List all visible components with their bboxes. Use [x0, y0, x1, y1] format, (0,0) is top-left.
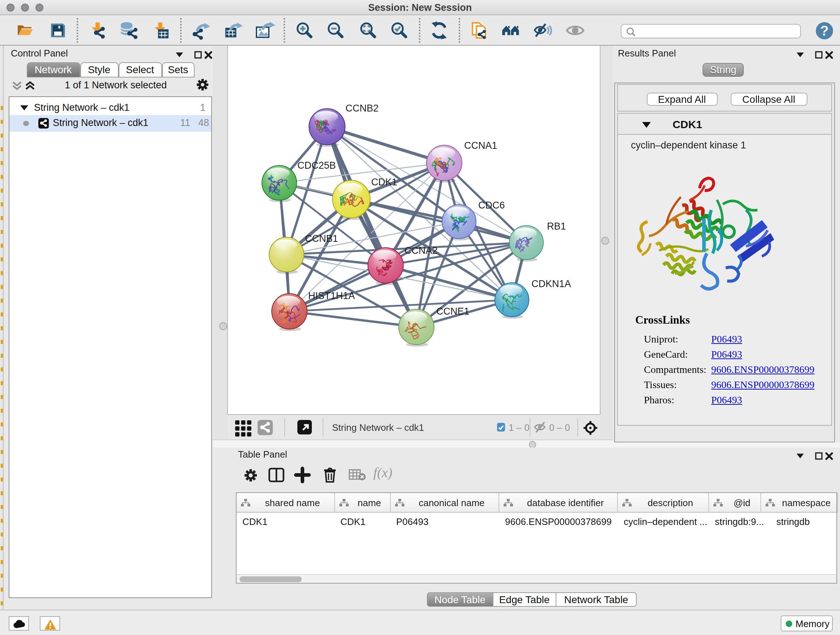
svg-text:CCNA2: CCNA2 [404, 245, 438, 256]
svg-text:CDK1: CDK1 [371, 177, 397, 187]
svg-text:CCNB2: CCNB2 [346, 103, 379, 114]
svg-text:?: ? [820, 22, 829, 38]
svg-text:CDKN1A: CDKN1A [531, 279, 571, 289]
svg-text:CCNE1: CCNE1 [436, 306, 470, 317]
svg-text:CCNA1: CCNA1 [464, 140, 497, 151]
svg-text:RB1: RB1 [547, 221, 566, 232]
svg-text:CDC25B: CDC25B [297, 160, 336, 171]
svg-text:CCNB1: CCNB1 [305, 233, 338, 244]
svg-text:CDC6: CDC6 [478, 200, 505, 211]
svg-text:HIST1H1A: HIST1H1A [308, 290, 355, 301]
